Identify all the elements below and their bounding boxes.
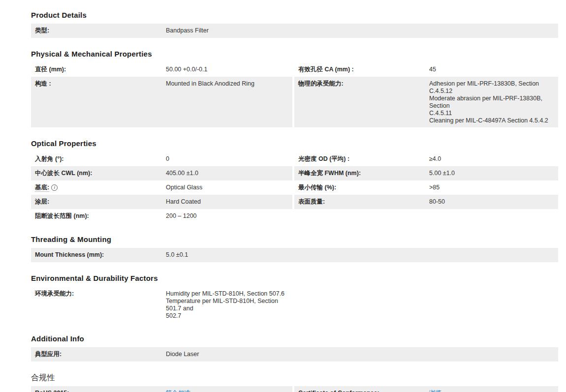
spec-label-mount-thickness: Mount Thickness (mm): bbox=[31, 248, 166, 262]
spec-label-certificate-of-conformance: Certificate of Conformance: bbox=[294, 386, 429, 392]
section-additional-info: Additional Info 典型应用: Diode Laser bbox=[31, 334, 558, 362]
spec-value-environmental-durability: Humidity per MIL-STD-810H, Section 507.6… bbox=[166, 287, 292, 323]
spec-label-physical-durability: 物理的承受能力: bbox=[294, 77, 429, 127]
spec-value-certificate-of-conformance: 浏览 bbox=[429, 386, 558, 392]
spec-value-substrate: Optical Glass bbox=[166, 181, 292, 195]
spec-label-type: 类型: bbox=[31, 24, 166, 38]
section-threading-mounting: Threading & Mounting Mount Thickness (mm… bbox=[31, 235, 558, 262]
spec-value-diameter: 50.00 +0.0/-0.1 bbox=[166, 62, 292, 77]
section-heading-compliance: 合规性 bbox=[31, 373, 558, 382]
section-compliance: 合规性 RoHS 2015: 符合标准 Certificate of Confo… bbox=[31, 373, 558, 392]
section-environmental-durability: Environmental & Durability Factors 环境承受能… bbox=[31, 274, 558, 323]
spec-row-construction-durability: 构造 : Mounted in Black Anodized Ring 物理的承… bbox=[31, 77, 558, 127]
spec-value-cwl: 405.00 ±1.0 bbox=[166, 166, 292, 181]
spec-label-coating: 涂层: bbox=[31, 195, 166, 209]
spec-value-min-transmission: >85 bbox=[429, 181, 558, 195]
spec-value-rohs: 符合标准 bbox=[166, 386, 292, 392]
spec-value-angle-of-incidence: 0 bbox=[166, 152, 292, 166]
spec-row-coating-surface: 涂层: Hard Coated 表面质量: 80-50 bbox=[31, 195, 558, 209]
spec-row-rohs-coc: RoHS 2015: 符合标准 Certificate of Conforman… bbox=[31, 386, 558, 392]
spec-value-surface-quality: 80-50 bbox=[429, 195, 558, 209]
physical-table: 直径 (mm): 50.00 +0.0/-0.1 有效孔径 CA (mm) : … bbox=[31, 62, 558, 127]
optical-table: 入射角 (°): 0 光密度 OD (平均) : ≥4.0 中心波长 CWL (… bbox=[31, 152, 558, 223]
spec-label-angle-of-incidence: 入射角 (°): bbox=[31, 152, 166, 166]
additional-table: 典型应用: Diode Laser bbox=[31, 347, 558, 362]
rohs-compliant-link[interactable]: 符合标准 bbox=[166, 390, 190, 392]
substrate-label-text: 基底: bbox=[35, 184, 49, 192]
spec-label-environmental-durability: 环境承受能力: bbox=[31, 287, 166, 323]
section-heading-physical: Physical & Mechanical Properties bbox=[31, 50, 558, 58]
spec-value-type: Bandpass Filter bbox=[166, 24, 558, 38]
spec-value-construction: Mounted in Black Anodized Ring bbox=[166, 77, 292, 127]
spec-label-diameter: 直径 (mm): bbox=[31, 62, 166, 77]
spec-value-blocking-range: 200 – 1200 bbox=[166, 209, 292, 223]
spec-label-rohs: RoHS 2015: bbox=[31, 386, 166, 392]
compliance-table: RoHS 2015: 符合标准 Certificate of Conforman… bbox=[31, 386, 558, 392]
spec-label-construction: 构造 : bbox=[31, 77, 166, 127]
environmental-table: 环境承受能力: Humidity per MIL-STD-810H, Secti… bbox=[31, 287, 558, 323]
info-icon[interactable]: i bbox=[51, 184, 58, 191]
spec-value-typical-application: Diode Laser bbox=[166, 347, 558, 362]
spec-row-blocking-range: 阻断波长范围 (nm): 200 – 1200 bbox=[31, 209, 558, 223]
section-heading-optical: Optical Properties bbox=[31, 139, 558, 148]
spec-row-angle-od: 入射角 (°): 0 光密度 OD (平均) : ≥4.0 bbox=[31, 152, 558, 166]
spec-label-substrate: 基底:i bbox=[31, 181, 166, 195]
spec-label-typical-application: 典型应用: bbox=[31, 347, 166, 362]
certificate-view-link[interactable]: 浏览 bbox=[429, 390, 441, 392]
spec-row-environmental-durability: 环境承受能力: Humidity per MIL-STD-810H, Secti… bbox=[31, 287, 558, 323]
spec-label-optical-density: 光密度 OD (平均) : bbox=[294, 152, 429, 166]
spec-label-fwhm: 半峰全宽 FWHM (nm): bbox=[294, 166, 429, 181]
section-product-details: Product Details 类型: Bandpass Filter bbox=[31, 11, 558, 38]
spec-value-clear-aperture: 45 bbox=[429, 62, 558, 77]
spec-row-cwl-fwhm: 中心波长 CWL (nm): 405.00 ±1.0 半峰全宽 FWHM (nm… bbox=[31, 166, 558, 181]
spec-value-optical-density: ≥4.0 bbox=[429, 152, 558, 166]
section-physical-mechanical: Physical & Mechanical Properties 直径 (mm)… bbox=[31, 50, 558, 127]
spec-value-fwhm: 5.00 ±1.0 bbox=[429, 166, 558, 181]
spec-value-mount-thickness: 5.0 ±0.1 bbox=[166, 248, 558, 262]
spec-row-diameter-ca: 直径 (mm): 50.00 +0.0/-0.1 有效孔径 CA (mm) : … bbox=[31, 62, 558, 77]
product-details-table: 类型: Bandpass Filter bbox=[31, 24, 558, 38]
section-heading-product-details: Product Details bbox=[31, 11, 558, 19]
section-heading-additional: Additional Info bbox=[31, 334, 558, 343]
spec-label-surface-quality: 表面质量: bbox=[294, 195, 429, 209]
spec-value-coating: Hard Coated bbox=[166, 195, 292, 209]
threading-table: Mount Thickness (mm): 5.0 ±0.1 bbox=[31, 248, 558, 262]
spec-value-physical-durability: Adhesion per MIL-PRF-13830B, Section C.4… bbox=[429, 77, 558, 127]
spec-label-blocking-range: 阻断波长范围 (nm): bbox=[31, 209, 166, 223]
spec-label-cwl: 中心波长 CWL (nm): bbox=[31, 166, 166, 181]
section-optical-properties: Optical Properties 入射角 (°): 0 光密度 OD (平均… bbox=[31, 139, 558, 223]
spec-label-min-transmission: 最小传输 (%): bbox=[294, 181, 429, 195]
section-heading-threading: Threading & Mounting bbox=[31, 235, 558, 243]
spec-label-clear-aperture: 有效孔径 CA (mm) : bbox=[294, 62, 429, 77]
spec-row-type: 类型: Bandpass Filter bbox=[31, 24, 558, 38]
spec-row-typical-application: 典型应用: Diode Laser bbox=[31, 347, 558, 362]
section-heading-environmental: Environmental & Durability Factors bbox=[31, 274, 558, 282]
spec-row-mount-thickness: Mount Thickness (mm): 5.0 ±0.1 bbox=[31, 248, 558, 262]
spec-row-substrate-transmission: 基底:i Optical Glass 最小传输 (%): >85 bbox=[31, 181, 558, 195]
